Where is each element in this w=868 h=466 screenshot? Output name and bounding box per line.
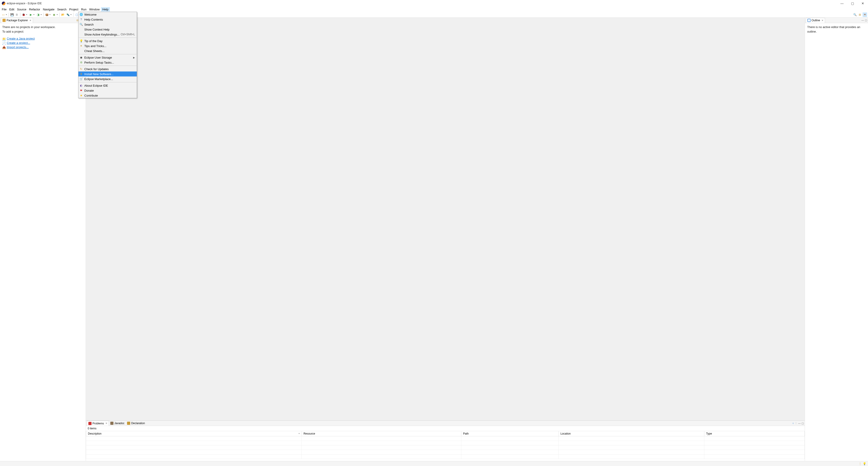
market-icon: 🛒 xyxy=(79,77,83,81)
menu-help[interactable]: Help xyxy=(101,7,110,11)
install-icon: ⬇ xyxy=(79,72,83,76)
new-class-icon[interactable]: ◉ xyxy=(52,12,56,17)
help-menu-perform-setup-tasks[interactable]: ⚙Perform Setup Tasks... xyxy=(79,60,137,65)
link-label: Import projects... xyxy=(7,46,29,49)
menu-refactor[interactable]: Refactor xyxy=(28,7,41,11)
help-menu-donate[interactable]: ❤Donate xyxy=(79,88,137,93)
statusbar: ⋮ 💡 xyxy=(0,461,868,466)
eclipse-logo-icon xyxy=(2,2,5,5)
link-create-a-project[interactable]: 📄Create a project... xyxy=(2,41,84,45)
window-title: eclipse-wspace - Eclipse IDE xyxy=(7,2,42,5)
menu-project[interactable]: Project xyxy=(68,7,80,11)
help-menu-show-active-keybindings[interactable]: Show Active Keybindings...Ctrl+Shift+L xyxy=(79,32,137,37)
link-import-projects[interactable]: 📥Import projects... xyxy=(2,46,84,49)
menu-item-label: Help Contents xyxy=(84,18,103,21)
submenu-arrow-icon: ▶ xyxy=(133,56,135,59)
outline-icon xyxy=(807,19,811,22)
star-icon: ★ xyxy=(79,94,83,97)
maximize-view-icon[interactable]: ▢ xyxy=(802,422,804,425)
package-icon xyxy=(2,19,6,22)
save-all-icon[interactable]: 🗎 xyxy=(15,12,19,17)
maximize-view-icon[interactable]: ▢ xyxy=(865,19,867,22)
save-icon[interactable]: 💾 xyxy=(10,12,14,17)
new-proj-icon: 📄 xyxy=(2,41,5,45)
help-menu-cheat-sheets[interactable]: Cheat Sheets... xyxy=(79,49,137,53)
help-menu-install-new-software[interactable]: ⬇Install New Software... xyxy=(79,71,137,77)
help-icon: ? xyxy=(79,18,83,21)
tab-problems[interactable]: Problems✕ xyxy=(87,421,109,426)
java-perspective-icon[interactable]: ☕ xyxy=(863,12,867,17)
menu-edit[interactable]: Edit xyxy=(8,7,16,11)
menubar: FileEditSourceRefactorNavigateSearchProj… xyxy=(0,7,868,12)
help-menu-about-eclipse-ide[interactable]: ◐About Eclipse IDE xyxy=(79,83,137,88)
menu-item-label: Eclipse Marketplace... xyxy=(84,77,113,81)
help-menu-help-contents[interactable]: ?Help Contents xyxy=(79,17,137,22)
help-menu-contribute[interactable]: ★Contribute xyxy=(79,93,137,98)
new-icon[interactable]: ▭ xyxy=(1,12,5,17)
help-menu-search[interactable]: 🔍Search xyxy=(79,22,137,27)
tab-label: Declaration xyxy=(131,422,145,425)
close-tab-icon[interactable]: ✕ xyxy=(105,422,107,425)
menu-item-label: Tips and Tricks... xyxy=(84,44,106,48)
setup-icon: ⚙ xyxy=(79,61,83,64)
help-menu-eclipse-marketplace[interactable]: 🛒Eclipse Marketplace... xyxy=(79,77,137,82)
menu-item-label: Donate xyxy=(84,89,94,92)
search-toolbar-icon[interactable]: 🔍 xyxy=(852,12,857,17)
minimize-view-icon[interactable]: — xyxy=(862,19,864,22)
help-menu-dropdown: 🌐Welcome?Help Contents🔍SearchShow Contex… xyxy=(78,12,137,98)
status-icon: ⋮ xyxy=(859,462,862,465)
menu-separator xyxy=(79,37,136,38)
menu-source[interactable]: Source xyxy=(16,7,28,11)
minimize-button[interactable]: — xyxy=(837,0,847,7)
items-count: 0 items xyxy=(86,426,805,431)
outline-tab[interactable]: Outline ✕ xyxy=(806,18,825,23)
coverage-icon[interactable]: ◨ xyxy=(36,12,40,17)
view-menu-icon[interactable]: ⋮ xyxy=(795,422,797,425)
link-create-a-java-project[interactable]: 📁Create a Java project xyxy=(2,37,84,40)
menu-search[interactable]: Search xyxy=(56,7,68,11)
close-button[interactable]: ✕ xyxy=(858,0,868,7)
package-explorer-tab[interactable]: Package Explorer ✕ xyxy=(1,18,33,23)
search-icon[interactable]: 🔦 xyxy=(66,12,70,17)
column-resource[interactable]: Resource xyxy=(302,431,461,436)
column-type[interactable]: Type xyxy=(704,431,804,436)
help-menu-tip-of-the-day[interactable]: 💡Tip of the Day xyxy=(79,38,137,43)
close-tab-icon[interactable]: ✕ xyxy=(822,19,824,22)
menu-window[interactable]: Window xyxy=(88,7,101,11)
help-menu-tips-and-tricks[interactable]: ✦Tips and Tricks... xyxy=(79,43,137,49)
storage-icon: ◉ xyxy=(79,56,83,59)
link-label: Create a Java project xyxy=(7,37,35,40)
tip-icon[interactable]: 💡 xyxy=(863,462,866,465)
new-package-icon[interactable]: 📦 xyxy=(44,12,49,17)
help-menu-eclipse-user-storage[interactable]: ◉Eclipse User Storage▶ xyxy=(79,55,137,60)
menu-run[interactable]: Run xyxy=(80,7,88,11)
eclipse-icon: ◐ xyxy=(79,84,83,87)
tab-javadoc[interactable]: Javadoc xyxy=(109,421,126,426)
maximize-button[interactable]: ▢ xyxy=(847,0,858,7)
run-icon[interactable]: ▶ xyxy=(29,12,33,17)
menu-file[interactable]: File xyxy=(0,7,8,11)
filter-icon[interactable]: ▿ xyxy=(793,422,794,425)
help-menu-check-for-updates[interactable]: ↻Check for Updates xyxy=(79,66,137,71)
open-perspective-icon[interactable]: ⊞ xyxy=(858,12,862,17)
javadoc-icon xyxy=(110,422,114,425)
column-location[interactable]: Location xyxy=(559,431,704,436)
menu-navigate[interactable]: Navigate xyxy=(41,7,56,11)
help-menu-welcome[interactable]: 🌐Welcome xyxy=(79,12,137,17)
column-description[interactable]: Description xyxy=(86,431,302,436)
column-path[interactable]: Path xyxy=(461,431,559,436)
menu-item-label: Show Active Keybindings... xyxy=(84,33,120,36)
menu-item-label: Eclipse User Storage xyxy=(84,56,112,59)
editor-panel: Problems✕JavadocDeclaration ▿ ⋮ — ▢ 0 it… xyxy=(86,18,805,461)
update-icon: ↻ xyxy=(79,67,83,71)
tab-declaration[interactable]: Declaration xyxy=(126,421,146,426)
debug-icon[interactable]: 🐞 xyxy=(21,12,26,17)
help-menu-show-context-help[interactable]: Show Context Help xyxy=(79,27,137,32)
package-explorer-panel: Package Explorer ✕ ⊟ ⇄ ⋮ There are no pr… xyxy=(0,18,86,461)
minimize-view-icon[interactable]: — xyxy=(798,422,801,425)
open-type-icon[interactable]: 📂 xyxy=(61,12,65,17)
outline-panel: Outline ✕ — ▢ There is no active editor … xyxy=(805,18,868,461)
table-row xyxy=(86,450,805,455)
dropdown-arrow-icon[interactable]: ▾ xyxy=(6,13,8,16)
close-tab-icon[interactable]: ✕ xyxy=(29,19,31,22)
